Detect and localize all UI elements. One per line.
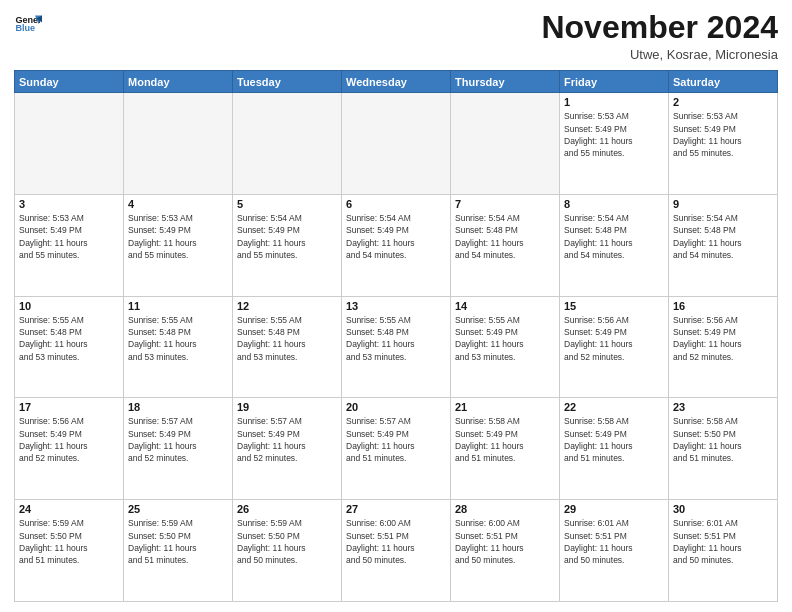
title-area: November 2024 Utwe, Kosrae, Micronesia bbox=[541, 10, 778, 62]
calendar-day-cell: 29Sunrise: 6:01 AMSunset: 5:51 PMDayligh… bbox=[560, 500, 669, 602]
day-info: Sunrise: 6:01 AMSunset: 5:51 PMDaylight:… bbox=[564, 517, 664, 566]
day-number: 15 bbox=[564, 300, 664, 312]
day-info: Sunrise: 5:55 AMSunset: 5:48 PMDaylight:… bbox=[128, 314, 228, 363]
day-info: Sunrise: 5:56 AMSunset: 5:49 PMDaylight:… bbox=[673, 314, 773, 363]
day-number: 13 bbox=[346, 300, 446, 312]
day-info: Sunrise: 5:55 AMSunset: 5:48 PMDaylight:… bbox=[19, 314, 119, 363]
day-number: 11 bbox=[128, 300, 228, 312]
calendar-day-cell: 14Sunrise: 5:55 AMSunset: 5:49 PMDayligh… bbox=[451, 296, 560, 398]
calendar-day-cell: 4Sunrise: 5:53 AMSunset: 5:49 PMDaylight… bbox=[124, 194, 233, 296]
day-info: Sunrise: 5:55 AMSunset: 5:48 PMDaylight:… bbox=[346, 314, 446, 363]
calendar-day-cell: 20Sunrise: 5:57 AMSunset: 5:49 PMDayligh… bbox=[342, 398, 451, 500]
day-number: 29 bbox=[564, 503, 664, 515]
day-number: 1 bbox=[564, 96, 664, 108]
day-number: 28 bbox=[455, 503, 555, 515]
calendar-week-row: 10Sunrise: 5:55 AMSunset: 5:48 PMDayligh… bbox=[15, 296, 778, 398]
day-number: 9 bbox=[673, 198, 773, 210]
calendar-day-cell: 2Sunrise: 5:53 AMSunset: 5:49 PMDaylight… bbox=[669, 93, 778, 195]
calendar-day-cell bbox=[233, 93, 342, 195]
calendar-week-row: 1Sunrise: 5:53 AMSunset: 5:49 PMDaylight… bbox=[15, 93, 778, 195]
calendar-week-row: 3Sunrise: 5:53 AMSunset: 5:49 PMDaylight… bbox=[15, 194, 778, 296]
day-info: Sunrise: 5:54 AMSunset: 5:48 PMDaylight:… bbox=[673, 212, 773, 261]
day-info: Sunrise: 5:54 AMSunset: 5:48 PMDaylight:… bbox=[564, 212, 664, 261]
calendar-day-cell: 11Sunrise: 5:55 AMSunset: 5:48 PMDayligh… bbox=[124, 296, 233, 398]
day-number: 4 bbox=[128, 198, 228, 210]
calendar-day-cell: 28Sunrise: 6:00 AMSunset: 5:51 PMDayligh… bbox=[451, 500, 560, 602]
day-number: 22 bbox=[564, 401, 664, 413]
day-number: 14 bbox=[455, 300, 555, 312]
day-number: 17 bbox=[19, 401, 119, 413]
calendar-header-friday: Friday bbox=[560, 71, 669, 93]
calendar-day-cell bbox=[15, 93, 124, 195]
day-number: 3 bbox=[19, 198, 119, 210]
day-number: 21 bbox=[455, 401, 555, 413]
day-info: Sunrise: 5:57 AMSunset: 5:49 PMDaylight:… bbox=[346, 415, 446, 464]
day-info: Sunrise: 5:59 AMSunset: 5:50 PMDaylight:… bbox=[19, 517, 119, 566]
day-number: 8 bbox=[564, 198, 664, 210]
calendar-header-saturday: Saturday bbox=[669, 71, 778, 93]
svg-text:Blue: Blue bbox=[15, 23, 35, 33]
calendar-day-cell: 24Sunrise: 5:59 AMSunset: 5:50 PMDayligh… bbox=[15, 500, 124, 602]
day-number: 16 bbox=[673, 300, 773, 312]
calendar-header-row: SundayMondayTuesdayWednesdayThursdayFrid… bbox=[15, 71, 778, 93]
calendar-day-cell: 22Sunrise: 5:58 AMSunset: 5:49 PMDayligh… bbox=[560, 398, 669, 500]
day-info: Sunrise: 5:53 AMSunset: 5:49 PMDaylight:… bbox=[128, 212, 228, 261]
calendar-day-cell: 17Sunrise: 5:56 AMSunset: 5:49 PMDayligh… bbox=[15, 398, 124, 500]
logo-area: General Blue bbox=[14, 10, 44, 38]
calendar-header-sunday: Sunday bbox=[15, 71, 124, 93]
day-info: Sunrise: 5:56 AMSunset: 5:49 PMDaylight:… bbox=[19, 415, 119, 464]
calendar-header-tuesday: Tuesday bbox=[233, 71, 342, 93]
calendar-header-wednesday: Wednesday bbox=[342, 71, 451, 93]
calendar-day-cell: 5Sunrise: 5:54 AMSunset: 5:49 PMDaylight… bbox=[233, 194, 342, 296]
day-number: 24 bbox=[19, 503, 119, 515]
subtitle: Utwe, Kosrae, Micronesia bbox=[541, 47, 778, 62]
calendar-day-cell: 8Sunrise: 5:54 AMSunset: 5:48 PMDaylight… bbox=[560, 194, 669, 296]
day-info: Sunrise: 5:54 AMSunset: 5:49 PMDaylight:… bbox=[237, 212, 337, 261]
header: General Blue November 2024 Utwe, Kosrae,… bbox=[14, 10, 778, 62]
calendar-day-cell bbox=[451, 93, 560, 195]
calendar-table: SundayMondayTuesdayWednesdayThursdayFrid… bbox=[14, 70, 778, 602]
day-number: 30 bbox=[673, 503, 773, 515]
calendar-day-cell: 12Sunrise: 5:55 AMSunset: 5:48 PMDayligh… bbox=[233, 296, 342, 398]
calendar-day-cell bbox=[342, 93, 451, 195]
calendar-day-cell: 19Sunrise: 5:57 AMSunset: 5:49 PMDayligh… bbox=[233, 398, 342, 500]
day-info: Sunrise: 5:58 AMSunset: 5:49 PMDaylight:… bbox=[455, 415, 555, 464]
calendar-day-cell: 6Sunrise: 5:54 AMSunset: 5:49 PMDaylight… bbox=[342, 194, 451, 296]
day-info: Sunrise: 5:53 AMSunset: 5:49 PMDaylight:… bbox=[564, 110, 664, 159]
calendar-day-cell: 21Sunrise: 5:58 AMSunset: 5:49 PMDayligh… bbox=[451, 398, 560, 500]
calendar-day-cell: 30Sunrise: 6:01 AMSunset: 5:51 PMDayligh… bbox=[669, 500, 778, 602]
day-info: Sunrise: 5:54 AMSunset: 5:49 PMDaylight:… bbox=[346, 212, 446, 261]
logo-icon: General Blue bbox=[14, 10, 42, 38]
day-info: Sunrise: 5:55 AMSunset: 5:49 PMDaylight:… bbox=[455, 314, 555, 363]
day-number: 19 bbox=[237, 401, 337, 413]
day-number: 7 bbox=[455, 198, 555, 210]
page: General Blue November 2024 Utwe, Kosrae,… bbox=[0, 0, 792, 612]
day-info: Sunrise: 6:00 AMSunset: 5:51 PMDaylight:… bbox=[455, 517, 555, 566]
day-number: 26 bbox=[237, 503, 337, 515]
day-info: Sunrise: 5:58 AMSunset: 5:50 PMDaylight:… bbox=[673, 415, 773, 464]
day-info: Sunrise: 6:00 AMSunset: 5:51 PMDaylight:… bbox=[346, 517, 446, 566]
calendar-day-cell: 16Sunrise: 5:56 AMSunset: 5:49 PMDayligh… bbox=[669, 296, 778, 398]
day-number: 12 bbox=[237, 300, 337, 312]
day-number: 5 bbox=[237, 198, 337, 210]
day-number: 6 bbox=[346, 198, 446, 210]
day-number: 27 bbox=[346, 503, 446, 515]
day-number: 10 bbox=[19, 300, 119, 312]
day-info: Sunrise: 5:57 AMSunset: 5:49 PMDaylight:… bbox=[128, 415, 228, 464]
calendar-day-cell: 23Sunrise: 5:58 AMSunset: 5:50 PMDayligh… bbox=[669, 398, 778, 500]
calendar-day-cell: 1Sunrise: 5:53 AMSunset: 5:49 PMDaylight… bbox=[560, 93, 669, 195]
calendar-day-cell: 13Sunrise: 5:55 AMSunset: 5:48 PMDayligh… bbox=[342, 296, 451, 398]
day-info: Sunrise: 5:53 AMSunset: 5:49 PMDaylight:… bbox=[673, 110, 773, 159]
day-info: Sunrise: 6:01 AMSunset: 5:51 PMDaylight:… bbox=[673, 517, 773, 566]
calendar-week-row: 24Sunrise: 5:59 AMSunset: 5:50 PMDayligh… bbox=[15, 500, 778, 602]
day-number: 18 bbox=[128, 401, 228, 413]
day-info: Sunrise: 5:59 AMSunset: 5:50 PMDaylight:… bbox=[128, 517, 228, 566]
day-info: Sunrise: 5:58 AMSunset: 5:49 PMDaylight:… bbox=[564, 415, 664, 464]
calendar-day-cell bbox=[124, 93, 233, 195]
day-info: Sunrise: 5:56 AMSunset: 5:49 PMDaylight:… bbox=[564, 314, 664, 363]
calendar-day-cell: 10Sunrise: 5:55 AMSunset: 5:48 PMDayligh… bbox=[15, 296, 124, 398]
calendar-header-thursday: Thursday bbox=[451, 71, 560, 93]
day-info: Sunrise: 5:53 AMSunset: 5:49 PMDaylight:… bbox=[19, 212, 119, 261]
day-number: 2 bbox=[673, 96, 773, 108]
calendar-day-cell: 15Sunrise: 5:56 AMSunset: 5:49 PMDayligh… bbox=[560, 296, 669, 398]
